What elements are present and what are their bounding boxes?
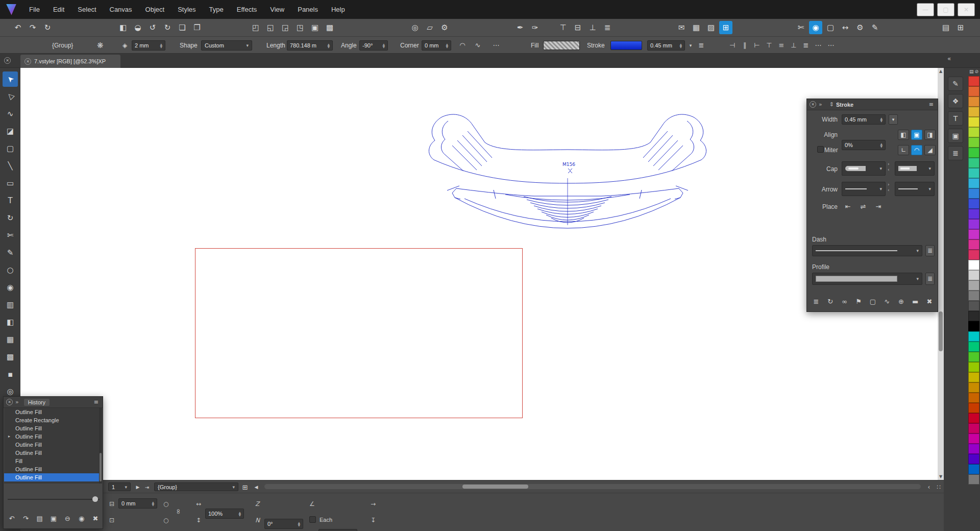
history-item[interactable]: Fill — [4, 457, 100, 465]
repeat-icon[interactable]: ↻ — [41, 21, 54, 34]
color-swatch[interactable] — [968, 280, 979, 291]
select-tool[interactable]: ➤ — [3, 71, 18, 87]
sphere-tool[interactable]: ◉ — [3, 280, 18, 295]
origin-x-field[interactable]: 0 mm▲▼ — [118, 498, 157, 509]
annotate-icon[interactable]: ✎ — [868, 21, 881, 34]
history-item[interactable]: Outline Fill — [4, 473, 100, 481]
line-tool[interactable]: ╲ — [3, 158, 18, 174]
align-bottom-icon[interactable]: ⊥ — [788, 40, 799, 51]
menu-type[interactable]: Type — [203, 0, 230, 19]
history-slider-handle[interactable] — [92, 496, 98, 502]
exclude-icon[interactable]: ◳ — [293, 21, 307, 34]
reference-point-icon[interactable]: ○ — [163, 500, 168, 508]
workspace-icon[interactable]: ⊞ — [954, 21, 967, 34]
text-panel-icon[interactable]: T — [948, 111, 963, 126]
text-tool[interactable]: T — [3, 193, 18, 208]
pagebar-collapse-icon[interactable]: ‹ — [926, 484, 932, 491]
intersect-icon[interactable]: ◲ — [279, 21, 292, 34]
align-middle-icon[interactable]: ≡ — [776, 40, 787, 51]
copy-cap-right-icon[interactable]: › — [888, 161, 890, 166]
pencil-tool[interactable]: ✎ — [3, 245, 18, 260]
history-item[interactable]: Outline Fill — [4, 465, 100, 473]
color-swatch[interactable] — [968, 117, 979, 127]
color-swatch[interactable] — [968, 321, 979, 331]
scroll-left-icon[interactable]: ◀ — [252, 482, 260, 492]
snap-icon[interactable]: ◉ — [809, 21, 822, 34]
stroke-panel-header[interactable]: ✕ » ⇕ Stroke ≡ — [807, 99, 938, 110]
place-start-icon[interactable]: ⇤ — [842, 201, 854, 211]
menu-panels[interactable]: Panels — [291, 0, 325, 19]
round-join-button[interactable]: ◠ — [911, 145, 922, 155]
snapshot-icon[interactable]: ▤ — [34, 513, 46, 523]
color-swatch[interactable] — [968, 260, 979, 270]
color-swatch[interactable] — [968, 148, 979, 158]
color-swatch[interactable] — [968, 178, 979, 188]
menu-effects[interactable]: Effects — [230, 0, 264, 19]
gradient-tool[interactable]: ◧ — [3, 315, 18, 330]
corner-stepper[interactable]: ▲▼ — [446, 43, 448, 48]
marquee-tool[interactable]: ▢ — [3, 141, 18, 156]
color-swatch[interactable] — [968, 464, 979, 474]
color-swatch[interactable] — [968, 433, 979, 444]
stroke-panel-collapse-icon[interactable]: » — [819, 101, 822, 108]
reference-point2-icon[interactable]: ○ — [163, 517, 168, 524]
document-tab[interactable]: ✕ 7.vstyler [RGB] [@52.3%]XP — [20, 55, 120, 68]
history-item[interactable]: Outline Fill — [4, 441, 100, 449]
color-swatch[interactable] — [968, 86, 979, 96]
color-swatch[interactable] — [968, 444, 979, 454]
envelope-icon[interactable]: ✉ — [675, 21, 688, 34]
menu-view[interactable]: View — [263, 0, 291, 19]
cap-start-select[interactable]: ▾ — [842, 161, 886, 176]
transparency-grid-icon[interactable]: ▨ — [704, 21, 718, 34]
color-swatch[interactable] — [968, 454, 979, 464]
history-panel-header[interactable]: ✕ » History ≡ — [4, 397, 103, 408]
stroke-options-icon[interactable]: ≣ — [810, 296, 822, 306]
pixel-grid-icon[interactable]: ⊞ — [719, 21, 732, 34]
color-swatch[interactable] — [968, 158, 979, 168]
corner-field[interactable]: 0 mm ▲▼ — [422, 40, 451, 51]
color-swatch[interactable] — [968, 372, 979, 382]
horizontal-scroll-thumb[interactable] — [462, 485, 528, 489]
delete-history-icon[interactable]: ✖ — [89, 513, 102, 523]
node-tool[interactable]: ▷ — [3, 89, 18, 104]
color-swatch[interactable] — [968, 127, 979, 137]
color-swatch[interactable] — [968, 342, 979, 352]
stroke-align-center-button[interactable]: ▣ — [911, 130, 922, 140]
angle-field[interactable]: -90° ▲▼ — [359, 40, 388, 51]
size-field[interactable]: 2 mm ▲▼ — [132, 40, 165, 51]
tools-panel-icon[interactable]: ✎ — [948, 77, 963, 91]
scale-width-field[interactable]: 100%▲▼ — [205, 509, 244, 519]
anchor-point-icon[interactable]: ❋ — [97, 41, 104, 50]
color-swatch[interactable] — [968, 403, 979, 413]
history-undo-icon[interactable]: ↶ — [6, 513, 18, 523]
union-icon[interactable]: ◰ — [249, 21, 262, 34]
stroke-width-field[interactable]: 0.45 mm ▲▼ — [647, 40, 685, 51]
swatch-grid-icon[interactable]: ▤ — [969, 69, 974, 74]
copy-cap-left-icon[interactable]: ‹ — [888, 167, 890, 172]
color-swatch[interactable] — [968, 393, 979, 403]
length-field[interactable]: 780.148 m ▲▼ — [287, 40, 333, 51]
color-swatch[interactable] — [968, 362, 979, 372]
remove-state-icon[interactable]: ⊖ — [61, 513, 74, 523]
color-swatch[interactable] — [968, 413, 979, 423]
skew-horizontal-field[interactable]: 0°▲▼ — [264, 519, 303, 529]
stroke-reset-icon[interactable]: ↻ — [824, 296, 837, 306]
color-swatch[interactable] — [968, 219, 979, 229]
canvas-horizontal-scrollbar[interactable] — [264, 484, 921, 489]
dash-options-icon[interactable]: ≣ — [925, 245, 935, 256]
spiral-icon[interactable]: ◎ — [408, 21, 422, 34]
menu-select[interactable]: Select — [71, 0, 103, 19]
size-stepper[interactable]: ▲▼ — [160, 43, 162, 48]
arrow-start-select[interactable]: ▾ — [842, 182, 886, 196]
color-swatch[interactable] — [968, 168, 979, 178]
color-swatch[interactable] — [968, 76, 979, 86]
close-all-documents-icon[interactable]: ✕ — [4, 57, 11, 64]
arrange-icon[interactable]: ❐ — [190, 21, 204, 34]
history-scrollbar[interactable] — [99, 408, 102, 484]
pen-presets-icon[interactable]: ✒ — [513, 21, 527, 34]
scroll-up-icon[interactable]: ▲ — [938, 69, 944, 74]
history-panel-close-icon[interactable]: ✕ — [6, 399, 13, 405]
align-top-icon[interactable]: ⊤ — [764, 40, 775, 51]
align-bottom-edges-icon[interactable]: ⊥ — [586, 21, 599, 34]
align-center-icon[interactable]: ∥ — [739, 40, 750, 51]
